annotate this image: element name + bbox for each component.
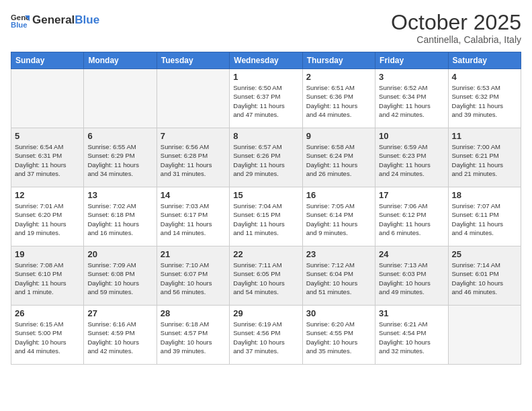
day-number: 7 bbox=[161, 131, 226, 141]
col-header-sunday: Sunday bbox=[11, 52, 84, 69]
day-info: Sunrise: 7:02 AM Sunset: 6:18 PM Dayligh… bbox=[87, 201, 152, 237]
day-number: 11 bbox=[452, 131, 517, 141]
calendar-cell: 23Sunrise: 7:12 AM Sunset: 6:04 PM Dayli… bbox=[302, 246, 375, 306]
day-number: 6 bbox=[87, 131, 152, 141]
col-header-monday: Monday bbox=[84, 52, 157, 69]
col-header-friday: Friday bbox=[375, 52, 448, 69]
day-info: Sunrise: 7:00 AM Sunset: 6:21 PM Dayligh… bbox=[452, 142, 517, 178]
calendar-cell: 14Sunrise: 7:03 AM Sunset: 6:17 PM Dayli… bbox=[157, 187, 229, 246]
calendar-cell: 3Sunrise: 6:52 AM Sunset: 6:34 PM Daylig… bbox=[375, 69, 448, 128]
location-subtitle: Cantinella, Calabria, Italy bbox=[391, 34, 521, 45]
calendar-cell: 6Sunrise: 6:55 AM Sunset: 6:29 PM Daylig… bbox=[84, 128, 157, 187]
day-info: Sunrise: 6:16 AM Sunset: 4:59 PM Dayligh… bbox=[87, 320, 152, 355]
day-info: Sunrise: 6:54 AM Sunset: 6:31 PM Dayligh… bbox=[15, 142, 80, 178]
day-number: 19 bbox=[15, 249, 80, 259]
calendar-cell: 25Sunrise: 7:14 AM Sunset: 6:01 PM Dayli… bbox=[448, 246, 521, 306]
title-block: October 2025 Cantinella, Calabria, Italy bbox=[391, 11, 521, 45]
month-title: October 2025 bbox=[391, 11, 521, 34]
calendar-cell: 26Sunrise: 6:15 AM Sunset: 5:00 PM Dayli… bbox=[11, 306, 84, 365]
calendar-week-row: 1Sunrise: 6:50 AM Sunset: 6:37 PM Daylig… bbox=[11, 69, 521, 128]
calendar-cell bbox=[157, 69, 229, 128]
day-info: Sunrise: 6:15 AM Sunset: 5:00 PM Dayligh… bbox=[15, 320, 80, 355]
calendar-cell: 22Sunrise: 7:11 AM Sunset: 6:05 PM Dayli… bbox=[230, 246, 302, 306]
day-number: 25 bbox=[452, 249, 517, 259]
day-number: 12 bbox=[15, 190, 80, 200]
day-number: 17 bbox=[379, 190, 444, 200]
day-info: Sunrise: 7:10 AM Sunset: 6:07 PM Dayligh… bbox=[161, 261, 226, 296]
day-info: Sunrise: 7:06 AM Sunset: 6:12 PM Dayligh… bbox=[379, 201, 444, 237]
day-number: 24 bbox=[379, 249, 444, 259]
day-info: Sunrise: 6:20 AM Sunset: 4:55 PM Dayligh… bbox=[306, 320, 371, 355]
day-info: Sunrise: 6:50 AM Sunset: 6:37 PM Dayligh… bbox=[233, 83, 298, 119]
day-number: 20 bbox=[87, 249, 152, 259]
day-info: Sunrise: 6:18 AM Sunset: 4:57 PM Dayligh… bbox=[161, 320, 226, 355]
day-number: 22 bbox=[233, 249, 298, 259]
day-number: 30 bbox=[306, 308, 371, 318]
logo-general-text: General bbox=[32, 13, 75, 27]
day-info: Sunrise: 7:04 AM Sunset: 6:15 PM Dayligh… bbox=[233, 201, 298, 237]
day-info: Sunrise: 7:09 AM Sunset: 6:08 PM Dayligh… bbox=[87, 261, 152, 296]
logo: General Blue General Blue bbox=[11, 11, 99, 30]
day-number: 21 bbox=[161, 249, 226, 259]
day-info: Sunrise: 6:58 AM Sunset: 6:24 PM Dayligh… bbox=[306, 142, 371, 178]
day-number: 15 bbox=[233, 190, 298, 200]
day-number: 23 bbox=[306, 249, 371, 259]
day-number: 16 bbox=[306, 190, 371, 200]
day-number: 27 bbox=[87, 308, 152, 318]
day-number: 1 bbox=[233, 72, 298, 82]
day-info: Sunrise: 7:13 AM Sunset: 6:03 PM Dayligh… bbox=[379, 261, 444, 296]
calendar-header-row: SundayMondayTuesdayWednesdayThursdayFrid… bbox=[11, 52, 521, 69]
calendar-cell: 9Sunrise: 6:58 AM Sunset: 6:24 PM Daylig… bbox=[302, 128, 375, 187]
day-info: Sunrise: 6:51 AM Sunset: 6:36 PM Dayligh… bbox=[306, 83, 371, 119]
day-number: 3 bbox=[379, 72, 444, 82]
calendar-cell: 2Sunrise: 6:51 AM Sunset: 6:36 PM Daylig… bbox=[302, 69, 375, 128]
calendar-cell: 20Sunrise: 7:09 AM Sunset: 6:08 PM Dayli… bbox=[84, 246, 157, 306]
day-number: 9 bbox=[306, 131, 371, 141]
day-number: 5 bbox=[15, 131, 80, 141]
day-info: Sunrise: 6:21 AM Sunset: 4:54 PM Dayligh… bbox=[379, 320, 444, 355]
logo-blue-text: Blue bbox=[75, 13, 99, 27]
day-info: Sunrise: 6:19 AM Sunset: 4:56 PM Dayligh… bbox=[233, 320, 298, 355]
calendar-cell: 24Sunrise: 7:13 AM Sunset: 6:03 PM Dayli… bbox=[375, 246, 448, 306]
day-info: Sunrise: 7:11 AM Sunset: 6:05 PM Dayligh… bbox=[233, 261, 298, 296]
col-header-thursday: Thursday bbox=[302, 52, 375, 69]
day-info: Sunrise: 7:12 AM Sunset: 6:04 PM Dayligh… bbox=[306, 261, 371, 296]
day-number: 4 bbox=[452, 72, 517, 82]
day-info: Sunrise: 7:07 AM Sunset: 6:11 PM Dayligh… bbox=[452, 201, 517, 237]
calendar-cell: 12Sunrise: 7:01 AM Sunset: 6:20 PM Dayli… bbox=[11, 187, 84, 246]
col-header-wednesday: Wednesday bbox=[230, 52, 302, 69]
calendar-cell: 13Sunrise: 7:02 AM Sunset: 6:18 PM Dayli… bbox=[84, 187, 157, 246]
calendar-cell: 28Sunrise: 6:18 AM Sunset: 4:57 PM Dayli… bbox=[157, 306, 229, 365]
calendar-cell: 8Sunrise: 6:57 AM Sunset: 6:26 PM Daylig… bbox=[230, 128, 302, 187]
calendar-cell: 19Sunrise: 7:08 AM Sunset: 6:10 PM Dayli… bbox=[11, 246, 84, 306]
calendar-cell: 16Sunrise: 7:05 AM Sunset: 6:14 PM Dayli… bbox=[302, 187, 375, 246]
svg-text:Blue: Blue bbox=[11, 21, 28, 29]
calendar-cell: 7Sunrise: 6:56 AM Sunset: 6:28 PM Daylig… bbox=[157, 128, 229, 187]
day-info: Sunrise: 7:05 AM Sunset: 6:14 PM Dayligh… bbox=[306, 201, 371, 237]
day-info: Sunrise: 6:59 AM Sunset: 6:23 PM Dayligh… bbox=[379, 142, 444, 178]
calendar-cell: 21Sunrise: 7:10 AM Sunset: 6:07 PM Dayli… bbox=[157, 246, 229, 306]
col-header-tuesday: Tuesday bbox=[157, 52, 229, 69]
calendar-cell bbox=[84, 69, 157, 128]
calendar-week-row: 5Sunrise: 6:54 AM Sunset: 6:31 PM Daylig… bbox=[11, 128, 521, 187]
day-number: 31 bbox=[379, 308, 444, 318]
calendar-week-row: 19Sunrise: 7:08 AM Sunset: 6:10 PM Dayli… bbox=[11, 246, 521, 306]
day-number: 8 bbox=[233, 131, 298, 141]
calendar-cell bbox=[11, 69, 84, 128]
day-number: 26 bbox=[15, 308, 80, 318]
day-number: 18 bbox=[452, 190, 517, 200]
day-info: Sunrise: 7:08 AM Sunset: 6:10 PM Dayligh… bbox=[15, 261, 80, 296]
day-number: 2 bbox=[306, 72, 371, 82]
calendar-cell: 4Sunrise: 6:53 AM Sunset: 6:32 PM Daylig… bbox=[448, 69, 521, 128]
calendar-table: SundayMondayTuesdayWednesdayThursdayFrid… bbox=[11, 52, 521, 365]
day-info: Sunrise: 7:01 AM Sunset: 6:20 PM Dayligh… bbox=[15, 201, 80, 237]
day-number: 14 bbox=[161, 190, 226, 200]
day-info: Sunrise: 6:52 AM Sunset: 6:34 PM Dayligh… bbox=[379, 83, 444, 119]
calendar-week-row: 26Sunrise: 6:15 AM Sunset: 5:00 PM Dayli… bbox=[11, 306, 521, 365]
col-header-saturday: Saturday bbox=[448, 52, 521, 69]
day-info: Sunrise: 6:55 AM Sunset: 6:29 PM Dayligh… bbox=[87, 142, 152, 178]
calendar-cell: 27Sunrise: 6:16 AM Sunset: 4:59 PM Dayli… bbox=[84, 306, 157, 365]
calendar-week-row: 12Sunrise: 7:01 AM Sunset: 6:20 PM Dayli… bbox=[11, 187, 521, 246]
day-number: 28 bbox=[161, 308, 226, 318]
calendar-cell: 17Sunrise: 7:06 AM Sunset: 6:12 PM Dayli… bbox=[375, 187, 448, 246]
